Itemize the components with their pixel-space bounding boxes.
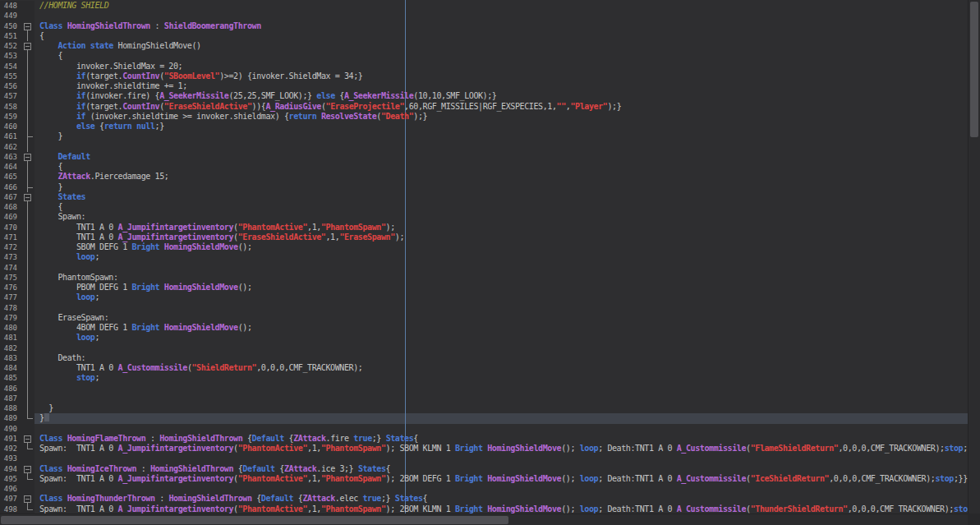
- fold-marker-minus[interactable]: [21, 41, 35, 51]
- keyword-token: States: [58, 192, 85, 201]
- code-token: {: [39, 202, 62, 211]
- keyword-token: return: [289, 112, 321, 121]
- fold-margin-cell: [21, 11, 35, 21]
- type-token: A_Custommissile: [118, 363, 187, 372]
- code-text: Spawn: TNT1 A 0 A_Jumpifintargetinventor…: [35, 474, 968, 484]
- fm-h: [27, 187, 33, 188]
- code-line[interactable]: 452 Action state HomingShieldMove(): [0, 41, 968, 51]
- fm-h: [27, 418, 33, 419]
- code-line[interactable]: 449: [0, 11, 968, 21]
- code-line[interactable]: 493: [0, 454, 968, 463]
- code-line[interactable]: 471 TNT1 A 0 A_Jumpifintargetinventory("…: [0, 233, 968, 242]
- type-token: A_Jumpifintargetinventory: [118, 223, 234, 232]
- code-line[interactable]: 497Class HomingThunderThrown : HomingShi…: [0, 494, 968, 504]
- code-text: if(target.CountInv("EraseShieldActive"))…: [35, 102, 621, 112]
- horizontal-scrollbar-thumb[interactable]: [1, 516, 508, 524]
- code-line[interactable]: 472 SBOM DEFG 1 Bright HomingShieldMove(…: [0, 242, 968, 252]
- fold-marker-line: [21, 252, 35, 262]
- code-line[interactable]: 462: [0, 142, 968, 152]
- fold-marker-minus[interactable]: [21, 192, 35, 202]
- code-line[interactable]: 448//HOMING SHIELD: [0, 1, 968, 11]
- code-text: }: [35, 182, 62, 192]
- fold-marker-line: [21, 363, 35, 373]
- code-line[interactable]: 498Spawn: TNT1 A 0 A_Jumpifintargetinven…: [0, 504, 968, 514]
- code-line[interactable]: 484 TNT1 A 0 A_Custommissile("ShieldRetu…: [0, 363, 968, 373]
- fold-marker-minus[interactable]: [21, 434, 35, 444]
- code-line[interactable]: 495Spawn: TNT1 A 0 A_Jumpifintargetinven…: [0, 474, 968, 484]
- code-line[interactable]: 473 loop;: [0, 252, 968, 262]
- code-line[interactable]: 481 loop;: [0, 333, 968, 343]
- code-token: .ice 3;}: [316, 464, 358, 473]
- code-line[interactable]: 488 }: [0, 403, 968, 413]
- code-line[interactable]: 478: [0, 303, 968, 313]
- keyword-token: Bright: [455, 444, 487, 453]
- fold-marker-minus[interactable]: [21, 464, 35, 474]
- code-line[interactable]: 451{: [0, 31, 968, 41]
- code-line[interactable]: 480 4BOM DEFG 1 Bright HomingShieldMove(…: [0, 323, 968, 333]
- code-line[interactable]: 458 if(target.CountInv("EraseShieldActiv…: [0, 102, 968, 112]
- code-line[interactable]: 454 invoker.ShieldMax = 20;: [0, 62, 968, 71]
- code-line[interactable]: 459 if (invoker.shieldtime >= invoker.sh…: [0, 112, 968, 122]
- code-line[interactable]: 485 stop;: [0, 373, 968, 383]
- fold-marker-line: [21, 353, 35, 363]
- code-line[interactable]: 456 invoker.shieldtime += 1;: [0, 81, 968, 91]
- code-line[interactable]: 453 {: [0, 51, 968, 61]
- type-token: HomingShieldThrown: [150, 464, 233, 473]
- code-line[interactable]: 479 EraseSpawn:: [0, 313, 968, 323]
- code-token: ();: [238, 323, 252, 332]
- code-line[interactable]: 491Class HomingFlameThrown : HomingShiel…: [0, 434, 968, 444]
- code-line[interactable]: 490: [0, 424, 968, 434]
- code-line[interactable]: 496: [0, 484, 968, 494]
- fold-marker-line: [21, 31, 35, 41]
- fold-marker-minus[interactable]: [21, 152, 35, 162]
- code-token: ,60,RGF_MISSILES|RGF_EXSPECIES,1,: [404, 102, 556, 111]
- code-line[interactable]: 483 Death:: [0, 353, 968, 363]
- code-line[interactable]: 450Class HomingShieldThrown : ShieldBoom…: [0, 21, 968, 31]
- code-line[interactable]: 487: [0, 394, 968, 403]
- code-line[interactable]: 475 PhantomSpawn:: [0, 273, 968, 283]
- vertical-scrollbar[interactable]: [968, 0, 980, 513]
- code-token: ;}}: [954, 474, 968, 483]
- code-line[interactable]: 464 {: [0, 162, 968, 172]
- keyword-token: States: [386, 434, 414, 443]
- code-line[interactable]: 474: [0, 263, 968, 273]
- code-line[interactable]: 489}: [0, 413, 968, 423]
- code-line[interactable]: 476 PBOM DEFG 1 Bright HomingShieldMove(…: [0, 283, 968, 292]
- code-line[interactable]: 477 loop;: [0, 292, 968, 302]
- code-text: Class HomingFlameThrown : HomingShieldTh…: [35, 434, 418, 444]
- code-text: 4BOM DEFG 1 Bright HomingShieldMove();: [35, 323, 252, 333]
- code-line[interactable]: 461 }: [0, 131, 968, 141]
- code-line[interactable]: 486: [0, 384, 968, 394]
- keyword-token: else: [316, 91, 334, 100]
- type-token: ShieldBoomerangThrown: [164, 21, 261, 30]
- line-number: 484: [0, 363, 21, 373]
- code-line[interactable]: 492Spawn: TNT1 A 0 A_Jumpifintargetinven…: [0, 444, 968, 454]
- type-token: A_RadiusGive: [265, 102, 320, 111]
- keyword-token: loop: [76, 292, 94, 302]
- string-token: "PhantomActive": [238, 444, 307, 453]
- horizontal-scrollbar[interactable]: [0, 513, 968, 525]
- code-line[interactable]: 494Class HomingIceThrown : HomingShieldT…: [0, 464, 968, 474]
- code-line[interactable]: 465 ZAttack.Piercedamage 15;: [0, 172, 968, 182]
- type-token: HomingShieldMove: [487, 444, 561, 453]
- code-line[interactable]: 469 Spawn:: [0, 212, 968, 222]
- code-line[interactable]: 470 TNT1 A 0 A_Jumpifintargetinventory("…: [0, 223, 968, 233]
- code-line[interactable]: 468 {: [0, 202, 968, 212]
- fold-marker-line: [21, 71, 35, 81]
- code-line[interactable]: 463 Default: [0, 152, 968, 162]
- keyword-token: Class: [39, 21, 67, 30]
- code-line[interactable]: 457 if(invoker.fire) {A_SeekerMissile(25…: [0, 91, 968, 101]
- code-token: .fire: [326, 434, 354, 443]
- code-line[interactable]: 467 States: [0, 192, 968, 202]
- code-token: ,0,0,0,CMF_TRACKOWNER);: [256, 363, 362, 372]
- code-token: ;: [94, 333, 99, 342]
- code-line[interactable]: 466 }: [0, 182, 968, 192]
- code-line[interactable]: 460 else {return null;}: [0, 122, 968, 131]
- code-area[interactable]: 448//HOMING SHIELD449450Class HomingShie…: [0, 0, 968, 513]
- code-line[interactable]: 455 if(target.CountInv("SBoomLevel")>=2)…: [0, 71, 968, 81]
- fold-marker-minus[interactable]: [21, 494, 35, 504]
- code-line[interactable]: 482: [0, 343, 968, 353]
- fold-marker-minus[interactable]: [21, 21, 35, 31]
- vertical-scrollbar-thumb[interactable]: [970, 2, 978, 137]
- code-text: [35, 343, 39, 353]
